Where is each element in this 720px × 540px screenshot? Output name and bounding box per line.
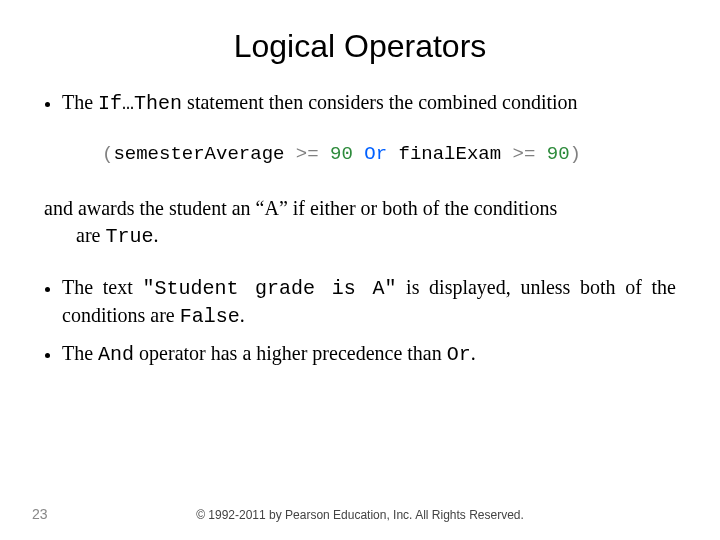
code-op: >=	[513, 143, 547, 165]
code-keyword-or: Or	[364, 143, 398, 165]
text: The text	[62, 276, 142, 298]
bullet-item-3: The And operator has a higher precedence…	[62, 340, 676, 368]
inline-code: True	[105, 225, 153, 248]
code-op: >=	[296, 143, 330, 165]
bullet-item-1: The If…Then statement then considers the…	[62, 89, 676, 117]
text: The	[62, 91, 98, 113]
code-ident: finalExam	[399, 143, 513, 165]
inline-code: If…Then	[98, 92, 182, 115]
text: .	[240, 304, 245, 326]
copyright-footer: © 1992-2011 by Pearson Education, Inc. A…	[0, 508, 720, 522]
inline-code: Or	[447, 343, 471, 366]
inline-code: False	[180, 305, 240, 328]
paragraph: and awards the student an “A” if either …	[44, 195, 676, 250]
code-number: 90	[547, 143, 570, 165]
paren-close: )	[570, 143, 581, 165]
code-number: 90	[330, 143, 364, 165]
slide-title: Logical Operators	[44, 28, 676, 65]
bullet-item-2: The text "Student grade is A" is display…	[62, 274, 676, 330]
code-expression: (semesterAverage >= 90 Or finalExam >= 9…	[102, 143, 676, 165]
text: statement then considers the combined co…	[182, 91, 577, 113]
inline-code: "Student grade is A"	[142, 277, 396, 300]
text: are	[76, 224, 105, 246]
text: The	[62, 342, 98, 364]
paren-open: (	[102, 143, 113, 165]
bullet-list-1: The If…Then statement then considers the…	[44, 89, 676, 117]
inline-code: And	[98, 343, 134, 366]
text: .	[471, 342, 476, 364]
slide: Logical Operators The If…Then statement …	[0, 0, 720, 540]
text: .	[153, 224, 158, 246]
code-ident: semesterAverage	[113, 143, 295, 165]
bullet-list-2: The text "Student grade is A" is display…	[44, 274, 676, 368]
text: and awards the student an “A” if either …	[44, 197, 557, 219]
text: operator has a higher precedence than	[134, 342, 447, 364]
